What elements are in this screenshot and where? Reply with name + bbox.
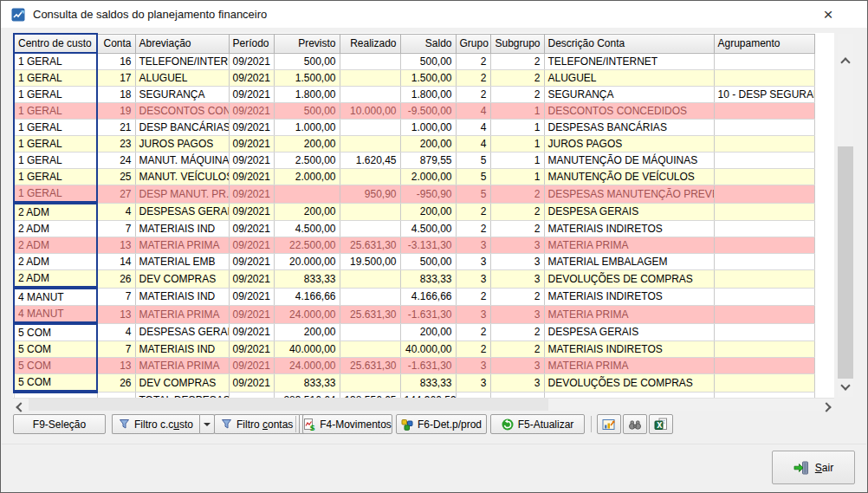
grid-cell-centro[interactable]: 1 GERAL <box>14 185 97 204</box>
grid-cell-descricao[interactable]: DESPESAS BANCÁRIAS <box>544 120 714 136</box>
table-row[interactable]: 1 GERAL18SEGURANÇA09/20211.800,001.800,0… <box>14 87 814 103</box>
grid-cell-realizado[interactable]: 950,90 <box>340 185 400 204</box>
column-header-grupo[interactable]: Grupo <box>456 34 490 53</box>
grid-cell-descricao[interactable]: MATERIA PRIMA <box>544 237 714 254</box>
grid-cell-realizado[interactable] <box>340 270 400 289</box>
grid-cell-periodo[interactable]: 09/2021 <box>229 169 274 185</box>
grid-cell-realizado[interactable] <box>340 120 400 136</box>
grid-cell-conta[interactable]: 7 <box>97 221 135 237</box>
grid-cell-periodo[interactable]: 09/2021 <box>229 185 274 204</box>
grid-cell-periodo[interactable]: 09/2021 <box>229 323 274 341</box>
grid-cell-periodo[interactable]: 09/2021 <box>229 87 274 103</box>
grid-cell-realizado[interactable]: 25.631,30 <box>340 306 400 324</box>
grid-cell-grupo[interactable]: 4 <box>456 120 490 136</box>
grid-cell-conta[interactable]: 4 <box>97 323 135 341</box>
grid-cell-grupo[interactable]: 2 <box>456 288 490 306</box>
grid-cell-descricao[interactable]: MATERIAL EMBALAGEM <box>544 254 714 270</box>
grid-cell-subgrupo[interactable]: 3 <box>490 254 544 270</box>
grid-cell-conta[interactable]: 16 <box>97 53 135 70</box>
grid-cell-subgrupo[interactable]: 2 <box>490 53 544 70</box>
grid-cell-previsto[interactable]: 4.166,66 <box>274 288 340 306</box>
grid-cell-grupo[interactable]: 2 <box>456 203 490 221</box>
table-row[interactable]: 1 GERAL17ALUGUEL09/20211.500,001.500,002… <box>14 70 814 87</box>
grid-cell-abreviacao[interactable]: DEV COMPRAS <box>135 374 229 392</box>
grid-cell-conta[interactable]: 13 <box>97 358 135 374</box>
grid-cell-abreviacao[interactable]: DESPESAS GERAIS <box>135 203 229 221</box>
grid-cell-abreviacao[interactable]: DESP BANCÁRIAS <box>135 120 229 136</box>
grid-cell-previsto[interactable]: 2.000,00 <box>274 169 340 185</box>
grid-cell-agrupamento[interactable] <box>714 358 814 374</box>
grid-cell-subgrupo[interactable]: 1 <box>490 152 544 169</box>
grid-cell-agrupamento[interactable] <box>714 169 814 185</box>
grid-cell-periodo[interactable]: 09/2021 <box>229 103 274 120</box>
grid-cell-periodo[interactable]: 09/2021 <box>229 70 274 87</box>
grid-cell-realizado[interactable] <box>340 341 400 358</box>
grid-cell-periodo[interactable]: 09/2021 <box>229 270 274 289</box>
grid-cell-agrupamento[interactable] <box>714 203 814 221</box>
grid-cell-abreviacao[interactable]: ALUGUEL <box>135 70 229 87</box>
grid-cell-saldo[interactable]: 2.000,00 <box>400 169 456 185</box>
grid-cell-centro[interactable]: 2 ADM <box>14 270 97 289</box>
grid-cell-agrupamento[interactable] <box>714 70 814 87</box>
grid-cell-saldo[interactable]: 879,55 <box>400 152 456 169</box>
table-row[interactable]: 2 ADM13MATERIA PRIMA09/202122.500,0025.6… <box>14 237 814 254</box>
grid-cell-agrupamento[interactable] <box>714 53 814 70</box>
grid-cell-saldo[interactable]: 200,00 <box>400 203 456 221</box>
grid-cell-abreviacao[interactable]: MATERIA PRIMA <box>135 237 229 254</box>
table-row[interactable]: 1 GERAL21DESP BANCÁRIAS09/20211.000,001.… <box>14 120 814 136</box>
grid-cell-saldo[interactable]: 4.166,66 <box>400 288 456 306</box>
grid-cell-conta[interactable]: 13 <box>97 237 135 254</box>
grid-cell-grupo[interactable]: 2 <box>456 70 490 87</box>
grid-cell-subgrupo[interactable]: 2 <box>490 221 544 237</box>
grid-cell-saldo[interactable]: 1.800,00 <box>400 87 456 103</box>
grid-cell-previsto[interactable]: 833,33 <box>274 270 340 289</box>
grid-cell-abreviacao[interactable]: SEGURANÇA <box>135 87 229 103</box>
grid-cell-descricao[interactable]: ALUGUEL <box>544 70 714 87</box>
grid-cell-conta[interactable]: 27 <box>97 185 135 204</box>
grid-cell-grupo[interactable]: 3 <box>456 237 490 254</box>
grid-cell-subgrupo[interactable]: 1 <box>490 136 544 152</box>
grid-cell-subgrupo[interactable]: 3 <box>490 374 544 392</box>
grid-cell-agrupamento[interactable] <box>714 306 814 324</box>
scroll-right-button[interactable] <box>823 401 830 413</box>
grid-cell-saldo[interactable]: 200,00 <box>400 323 456 341</box>
close-button[interactable]: × <box>815 3 841 25</box>
table-row[interactable]: 2 ADM26DEV COMPRAS09/2021833,33833,3333D… <box>14 270 814 289</box>
grid-cell-agrupamento[interactable] <box>714 374 814 392</box>
grid-cell-grupo[interactable]: 3 <box>456 358 490 374</box>
table-row[interactable]: 1 GERAL19DESCONTOS CONCE09/2021500,0010.… <box>14 103 814 120</box>
grid-cell-conta[interactable]: 4 <box>97 203 135 221</box>
grid-cell-agrupamento[interactable] <box>714 288 814 306</box>
grid-cell-descricao[interactable]: MANUTENÇÃO DE VEÍCULOS <box>544 169 714 185</box>
grid-cell-agrupamento[interactable] <box>714 237 814 254</box>
grid-cell-centro[interactable]: 4 MANUT <box>14 306 97 324</box>
grid-cell-agrupamento[interactable] <box>714 120 814 136</box>
vertical-scrollbar-thumb[interactable] <box>838 146 853 379</box>
column-header-abreviacao[interactable]: Abreviação <box>135 34 229 53</box>
grid-cell-previsto[interactable]: 200,00 <box>274 136 340 152</box>
grid-cell-grupo[interactable]: 3 <box>456 306 490 324</box>
grid-cell-realizado[interactable]: 10.000,00 <box>340 103 400 120</box>
grid-cell-periodo[interactable]: 09/2021 <box>229 306 274 324</box>
grid-cell-previsto[interactable]: 24.000,00 <box>274 358 340 374</box>
vertical-scrollbar[interactable] <box>838 34 853 397</box>
grid-cell-centro[interactable]: 2 ADM <box>14 203 97 221</box>
grid-cell-centro[interactable]: 2 ADM <box>14 237 97 254</box>
grid-cell-periodo[interactable]: 09/2021 <box>229 237 274 254</box>
grid-cell-conta[interactable]: 21 <box>97 120 135 136</box>
grid-cell-centro[interactable]: 1 GERAL <box>14 70 97 87</box>
table-row[interactable]: 5 COM7MATERIAIS IND09/202140.000,0040.00… <box>14 341 814 358</box>
table-row[interactable]: 1 GERAL16TELEFONE/INTERN09/2021500,00500… <box>14 53 814 70</box>
grid-cell-agrupamento[interactable] <box>714 341 814 358</box>
table-row[interactable]: 5 COM4DESPESAS GERAIS09/2021200,00200,00… <box>14 323 814 341</box>
filtro-ccusto-button[interactable]: Filtro c.custo <box>112 414 215 434</box>
grid-cell-descricao[interactable]: DESPESA GERAIS <box>544 203 714 221</box>
grid-cell-realizado[interactable]: 19.500,00 <box>340 254 400 270</box>
grid-cell-abreviacao[interactable]: DESCONTOS CONCE <box>135 103 229 120</box>
grid-cell-descricao[interactable]: SEGURANÇA <box>544 87 714 103</box>
grid-cell-centro[interactable]: 1 GERAL <box>14 120 97 136</box>
grid-cell-conta[interactable]: 24 <box>97 152 135 169</box>
grid-cell-descricao[interactable]: DEVOLUÇÕES DE COMPRAS <box>544 270 714 289</box>
grid-cell-agrupamento[interactable] <box>714 221 814 237</box>
grid-cell-descricao[interactable]: MATERIAIS INDIRETOS <box>544 221 714 237</box>
